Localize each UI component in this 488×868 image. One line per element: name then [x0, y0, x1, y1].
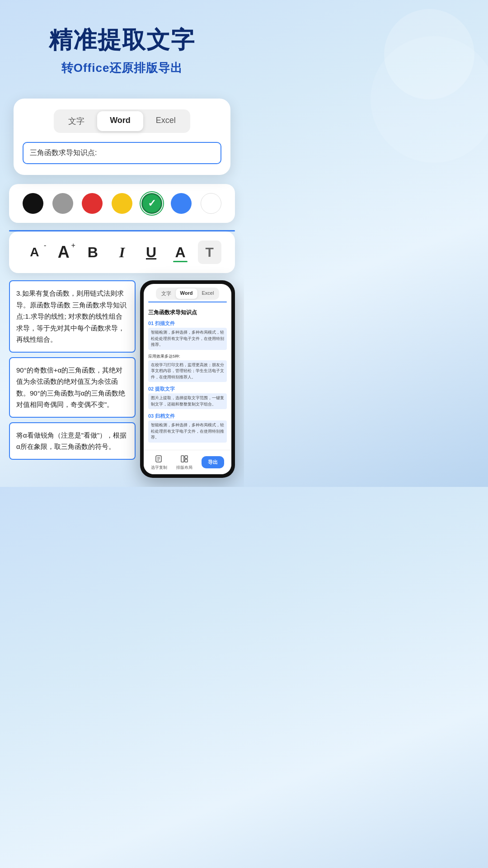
phone-tab-excel[interactable]: Excel — [197, 288, 219, 299]
select-copy-icon — [154, 454, 164, 464]
phone-section-2: 02 提取文字 图片上提取，选择提取文字范围，一键复制文字，还能和整整复制文字组… — [148, 386, 227, 409]
superscript-minus: - — [44, 241, 46, 250]
font-text-button[interactable]: T — [198, 241, 221, 264]
main-card: 文字 Word Excel 三角函数求导知识点: — [14, 99, 230, 175]
content-block-1: 3.如果有复合函数，则用链式法则求导。原函数导函数 三角函数求导知识点:1.求导… — [9, 280, 136, 353]
left-content: 3.如果有复合函数，则用链式法则求导。原函数导函数 三角函数求导知识点:1.求导… — [9, 280, 136, 478]
phone-bottom-bar: 选字复制 排版布局 导出 — [144, 450, 231, 474]
superscript-plus: + — [71, 241, 75, 250]
font-shrink-button[interactable]: A- — [23, 241, 46, 264]
layout-icon — [179, 454, 189, 464]
phone-tab-word[interactable]: Word — [176, 288, 197, 299]
tab-group: 文字 Word Excel — [54, 109, 190, 133]
phone-input-indicator — [148, 302, 227, 302]
phone-section-1: 01 扫描文件 智能检测，多种选择，多种布局模式，轻松处处理所有文字电子文件，在… — [148, 320, 227, 350]
color-gray[interactable] — [52, 193, 73, 214]
font-italic-button[interactable]: I — [110, 241, 134, 264]
tab-word[interactable]: Word — [97, 111, 143, 131]
phone-usage-text: 在校学习打印文档，监理更高效；朋友分享文档内容，管理轻松；学生生活电子文件，在使… — [148, 360, 227, 382]
phone-select-copy-btn[interactable]: 选字复制 — [151, 454, 167, 471]
phone-export-button[interactable]: 导出 — [202, 456, 224, 468]
color-yellow[interactable] — [112, 193, 132, 214]
color-white[interactable] — [201, 193, 221, 214]
content-block-3: 将α看做锐角（注意是"看做"），根据α所在象限，取三角函数的符号。 — [9, 422, 136, 460]
color-black[interactable] — [23, 193, 43, 214]
svg-rect-4 — [181, 456, 184, 462]
hero-subtitle: 转Office还原排版导出 — [9, 60, 235, 76]
phone-content: 三角函数求导知识点 01 扫描文件 智能检测，多种选择，多种布局模式，轻松处处理… — [144, 305, 231, 450]
font-toolbar-card: A- A+ B I U A T — [9, 231, 235, 273]
phone-tab-group: 文字 Word Excel — [156, 288, 220, 300]
phone-section-num-3: 03 归档文件 — [148, 413, 227, 420]
phone-mockup-container: 文字 Word Excel 三角函数求导知识点 01 扫描文件 智能检测，多种选… — [140, 280, 235, 478]
phone-screen: 文字 Word Excel 三角函数求导知识点 01 扫描文件 智能检测，多种选… — [144, 284, 231, 474]
color-picker-card — [9, 184, 235, 223]
font-color-button[interactable]: A — [169, 241, 192, 264]
phone-tab-text[interactable]: 文字 — [157, 288, 176, 299]
phone-section-text-2: 图片上提取，选择提取文字范围，一键复制文字，还能和整整复制文字组合。 — [148, 393, 227, 409]
phone-section-num-1: 01 扫描文件 — [148, 320, 227, 327]
tab-excel[interactable]: Excel — [143, 111, 188, 131]
hero-title: 精准提取文字 — [9, 27, 235, 53]
phone-doc-title: 三角函数求导知识点 — [148, 309, 227, 316]
tab-text[interactable]: 文字 — [56, 111, 97, 131]
color-blue[interactable] — [171, 193, 192, 214]
color-green[interactable] — [141, 193, 162, 214]
phone-section-3: 03 归档文件 智能检测，多种选择，多种布局模式，轻松处理所有文字电子文件，在使… — [148, 413, 227, 443]
phone-layout-btn[interactable]: 排版布局 — [176, 454, 192, 471]
hero-section: 精准提取文字 转Office还原排版导出 — [0, 0, 244, 90]
phone-section-text-1: 智能检测，多种选择，多种布局模式，轻松处处理所有文字电子文件，在使用特别推荐。 — [148, 328, 227, 350]
font-underline-button[interactable]: U — [140, 241, 163, 264]
content-section: 3.如果有复合函数，则用链式法则求导。原函数导函数 三角函数求导知识点:1.求导… — [9, 280, 235, 478]
phone-section-num-2: 02 提取文字 — [148, 386, 227, 392]
phone-section-text-3: 智能检测，多种选择，多种布局模式，轻松处理所有文字电子文件，在使用特别推荐。 — [148, 420, 227, 443]
select-copy-label: 选字复制 — [151, 465, 167, 471]
phone-usage-label: 应用效果多达5种: — [148, 354, 227, 359]
font-bold-button[interactable]: B — [81, 241, 104, 264]
svg-rect-6 — [185, 459, 188, 462]
phone-mockup: 文字 Word Excel 三角函数求导知识点 01 扫描文件 智能检测，多种选… — [140, 280, 235, 478]
phone-section-usage: 应用效果多达5种: 在校学习打印文档，监理更高效；朋友分享文档内容，管理轻松；学… — [148, 354, 227, 382]
font-grow-button[interactable]: A+ — [52, 241, 75, 264]
svg-rect-5 — [185, 456, 188, 458]
color-red[interactable] — [82, 193, 103, 214]
text-input[interactable]: 三角函数求导知识点: — [23, 142, 221, 164]
content-block-2: 90°的奇数倍+α的三角函数，其绝对值为余弦函数的绝对值互为余弦函数。90°的三… — [9, 357, 136, 418]
layout-label: 排版布局 — [176, 465, 192, 471]
